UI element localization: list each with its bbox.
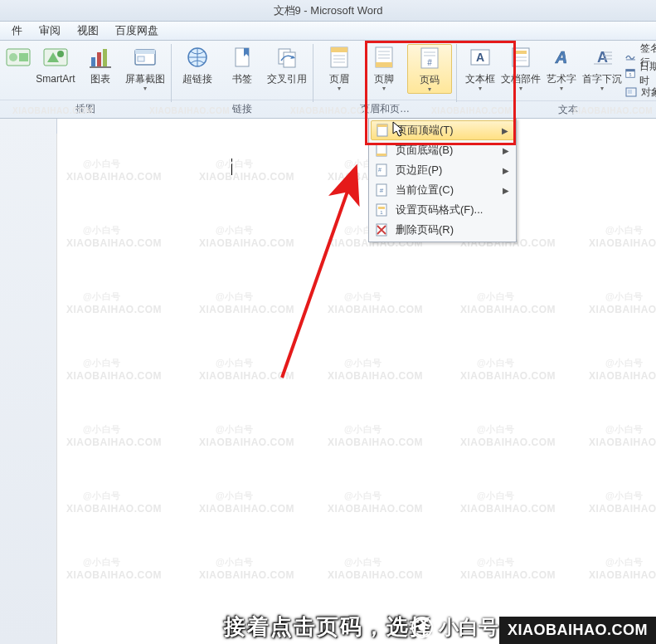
crossref-icon <box>274 44 300 71</box>
ribbon-group-text: A 文本框 ▾ 文档部件 ▾ A 艺术字 ▾ <box>457 41 656 119</box>
chevron-down-icon: ▾ <box>338 85 341 92</box>
smartart-button[interactable]: SmartArt <box>34 44 77 85</box>
chart-button[interactable]: 图表 <box>79 44 122 85</box>
window-title: 文档9 - Microsoft Word <box>274 4 383 17</box>
source-badge: XIAOBAIHAO.COM <box>499 617 656 644</box>
pagenumber-dropdown: 页面顶端(T) ▶ 页面底端(B) ▶ # 页边距(P) ▶ # 当前位置(C)… <box>368 118 517 242</box>
screenshot-icon <box>132 44 158 71</box>
svg-rect-6 <box>91 57 95 66</box>
button-label: 屏幕截图 <box>125 73 165 85</box>
menu-item-remove-pagenumber[interactable]: 删除页码(R) <box>371 220 514 240</box>
object-button[interactable]: 对象 ▾ <box>624 84 656 100</box>
chevron-down-icon: ▾ <box>519 85 522 92</box>
menu-item[interactable]: 件 <box>3 22 31 40</box>
svg-text:A: A <box>597 49 608 66</box>
menu-item-label: 当前位置(C) <box>396 183 454 198</box>
group-label: 插图 <box>0 100 171 119</box>
header-button[interactable]: 页眉 ▾ <box>318 44 361 92</box>
textbox-icon: A <box>467 44 493 71</box>
svg-rect-11 <box>135 50 155 54</box>
svg-rect-12 <box>138 56 144 61</box>
crossref-button[interactable]: 交叉引用 <box>265 44 309 85</box>
dropcap-icon: A <box>589 44 615 71</box>
submenu-arrow-icon: ▶ <box>503 166 509 175</box>
format-pagenum-icon: 1 <box>374 202 389 217</box>
chevron-down-icon: ▾ <box>560 85 563 92</box>
bookmark-icon <box>229 44 255 71</box>
page[interactable] <box>56 134 656 644</box>
ribbon-group-links: 超链接 书签 交叉引用 链接 <box>172 41 313 119</box>
svg-text:#: # <box>378 167 381 173</box>
footer-button[interactable]: 页脚 ▾ <box>362 44 406 92</box>
current-position-icon: # <box>374 183 389 198</box>
ribbon-group-insert-illustrations: SmartArt 图表 屏幕截图 ▾ 插图 <box>0 41 171 119</box>
group-label: 文本 <box>457 100 656 119</box>
svg-rect-49 <box>628 90 632 94</box>
remove-pagenum-icon <box>374 222 389 237</box>
svg-rect-7 <box>97 52 101 66</box>
chevron-down-icon: ▾ <box>479 85 482 92</box>
menu-item-label: 页面顶端(T) <box>396 123 454 138</box>
page-bottom-icon <box>374 143 389 158</box>
svg-rect-35 <box>515 51 527 54</box>
page-top-icon <box>375 123 390 138</box>
smartart-icon <box>42 44 69 71</box>
button-label: 超链接 <box>182 73 212 85</box>
group-label: 页眉和页… <box>313 100 456 119</box>
chevron-down-icon: ▾ <box>143 85 147 92</box>
svg-rect-59 <box>378 207 385 209</box>
datetime-button[interactable]: 5 日期和时 <box>624 66 656 82</box>
svg-rect-24 <box>376 62 392 67</box>
menu-item-format-pagenumber[interactable]: 1 设置页码格式(F)... <box>371 200 514 220</box>
svg-point-5 <box>57 51 64 57</box>
dropcap-button[interactable]: A 首字下沉 ▾ <box>582 44 622 92</box>
button-label: 图表 <box>90 73 110 85</box>
svg-text:#: # <box>427 58 432 67</box>
window-titlebar: 文档9 - Microsoft Word <box>0 0 656 22</box>
smartart-icon <box>5 44 32 71</box>
svg-point-64 <box>419 624 425 631</box>
pagenumber-button[interactable]: # 页码 ▾ <box>407 44 452 94</box>
button-label: SmartArt <box>36 73 75 85</box>
textbox-button[interactable]: A 文本框 ▾ <box>461 44 499 92</box>
wordart-button[interactable]: A 艺术字 ▾ <box>542 44 581 92</box>
gutter <box>0 119 57 644</box>
chevron-down-icon: ▾ <box>428 85 431 93</box>
button-label: 页码 <box>420 74 440 85</box>
menu-item-label: 页边距(P) <box>396 163 442 178</box>
header-icon <box>326 44 352 71</box>
brand-label: 小白号 <box>439 614 498 641</box>
svg-rect-51 <box>377 124 387 127</box>
bookmark-button[interactable]: 书签 <box>221 44 264 85</box>
group-label: 链接 <box>172 100 313 119</box>
menu-item-page-bottom[interactable]: 页面底端(B) ▶ <box>371 140 514 160</box>
svg-text:5: 5 <box>629 72 631 77</box>
hyperlink-button[interactable]: 超链接 <box>176 44 219 85</box>
svg-text:A: A <box>555 48 567 66</box>
menu-item-current-position[interactable]: # 当前位置(C) ▶ <box>371 180 514 200</box>
document-area[interactable] <box>0 118 656 644</box>
ribbon-group-header-footer: 页眉 ▾ 页脚 ▾ # 页码 ▾ 页眉和页… <box>313 41 456 119</box>
svg-point-1 <box>9 53 17 61</box>
ribbon: SmartArt 图表 屏幕截图 ▾ 插图 <box>0 41 656 120</box>
button-label: 文本框 <box>465 73 495 85</box>
text-caret <box>231 159 232 175</box>
submenu-arrow-icon: ▶ <box>503 186 509 195</box>
chart-icon <box>87 44 114 71</box>
menu-item[interactable]: 审阅 <box>31 22 69 40</box>
hyperlink-icon <box>184 44 211 71</box>
chevron-down-icon: ▾ <box>382 85 386 92</box>
svg-rect-53 <box>377 154 386 156</box>
menu-item-page-top[interactable]: 页面顶端(T) ▶ <box>371 120 514 140</box>
button-label: 艺术字 <box>547 73 576 85</box>
menubar: 件 审阅 视图 百度网盘 <box>0 22 656 41</box>
button-label: 页眉 <box>329 73 349 85</box>
menu-item[interactable]: 视图 <box>69 22 107 40</box>
quickparts-button[interactable]: 文档部件 ▾ <box>501 44 541 92</box>
screenshot-button[interactable]: 屏幕截图 ▾ <box>124 44 167 92</box>
menu-item[interactable]: 百度网盘 <box>107 22 167 40</box>
smartart-half-button[interactable] <box>4 44 32 73</box>
svg-text:#: # <box>380 187 384 194</box>
submenu-arrow-icon: ▶ <box>502 126 508 135</box>
menu-item-page-margins[interactable]: # 页边距(P) ▶ <box>371 160 514 180</box>
